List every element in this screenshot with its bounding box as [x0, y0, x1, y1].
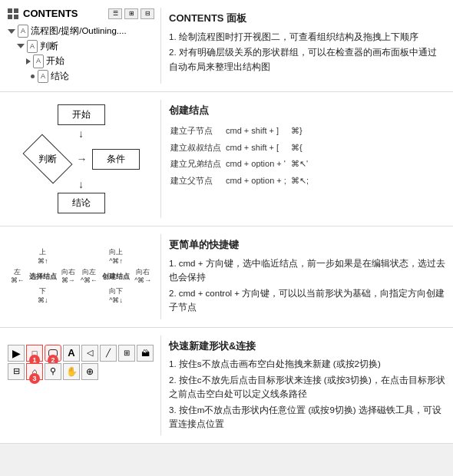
shortcut-symbol-4: ⌘↖; [291, 174, 312, 189]
diamond-create-grid: 向上^⌘↑ 向左^⌘← 创建结点 向右^⌘→ 向下^⌘↓ [78, 247, 154, 306]
contents-panel: CONTENTS ☰ ⊞ ⊟ A 流程图/提纲/Outlining.... A … [8, 8, 161, 84]
tree-row-4: A 结论 [8, 69, 154, 84]
dg-center-label-create: 创建结点 [100, 272, 132, 283]
shortcut-row-2: 建立叔叔结点 cmd + shift + [ ⌘{ [170, 140, 312, 156]
shortcuts-table: 建立子节点 cmd + shift + ] ⌘} 建立叔叔结点 cmd + sh… [169, 122, 313, 190]
fc-diamond-label: 判断 [38, 153, 57, 166]
shortcut-label-2: 建立叔叔结点 [170, 140, 224, 156]
contents-description: CONTENTS 面板 1. 绘制流程图时打开视图二，可查看组织结构及拖拽上下顺… [169, 8, 445, 84]
badge-a-2: A [27, 40, 38, 53]
tool-zoom[interactable]: ⊕ [81, 363, 98, 380]
contents-header: CONTENTS ☰ ⊞ ⊟ [8, 8, 154, 19]
dg-empty-br2 [141, 296, 145, 297]
tool-home[interactable]: ⌂ 3 [26, 363, 43, 380]
arrow-down-2: ↓ [78, 179, 84, 190]
section-shortcuts: 上⌘↑ 左⌘← 选择结点 向右⌘→ 下⌘↓ 向上^⌘↑ 向左^⌘← 创建结点 向… [0, 226, 453, 327]
dg-left-left: 左⌘← [8, 267, 27, 286]
tree-row-2: A 判断 [8, 39, 154, 55]
shortcut-keys-1: cmd + shift + ] [226, 124, 289, 139]
shortcuts-diagram-panel: 上⌘↑ 左⌘← 选择结点 向右⌘→ 下⌘↓ 向上^⌘↑ 向左^⌘← 创建结点 向… [8, 234, 161, 319]
dg-empty-tr2 [141, 256, 145, 258]
shortcut-keys-2: cmd + shift + [ [226, 140, 289, 156]
dg-top-right: 向上^⌘↑ [107, 247, 125, 266]
fc-row-judge: 判断 → 条件 [23, 142, 140, 176]
tool-rounded-rect[interactable]: 2 [45, 345, 61, 362]
tool-text[interactable]: A [63, 345, 80, 362]
tree-label-4: 结论 [51, 69, 69, 84]
tool-image[interactable]: 🏔 [137, 345, 154, 362]
badge-3: 3 [29, 373, 40, 384]
shortcuts-description: 更简单的快捷键 1. cmd + 方向键，选中临近结点，前一步如果是在编辑状态，… [169, 234, 445, 319]
contents-desc-title: CONTENTS 面板 [169, 11, 445, 27]
contents-toolbar: ☰ ⊞ ⊟ [108, 8, 154, 19]
shortcut-row-4: 建立父节点 cmd + option + ; ⌘↖; [170, 174, 312, 189]
flowchart-diagram: 开始 ↓ 判断 → 条件 ↓ 结论 [8, 100, 161, 218]
diamond-select-grid: 上⌘↑ 左⌘← 选择结点 向右⌘→ 下⌘↓ [8, 247, 78, 306]
shortcuts-desc-2: 2. cmd + control + 方向键，可以以当前形状为基础，向指定方向创… [169, 286, 445, 315]
tool-triangle[interactable]: ◁ [81, 345, 98, 362]
shortcut-keys-3: cmd + option + ' [226, 157, 289, 172]
dg-top-left: 上⌘↑ [35, 247, 51, 266]
contents-desc-2: 2. 对有明确层级关系的形状群组，可以在检查器的画布面板中通过自动布局来整理出结… [169, 45, 445, 74]
tool-stamp[interactable]: ⊞ [118, 345, 135, 362]
triangle-down-icon [8, 29, 15, 34]
shortcut-symbol-1: ⌘} [291, 124, 312, 139]
shortcut-keys-4: cmd + option + ; [226, 174, 289, 189]
tree-row-1: A 流程图/提纲/Outlining.... [8, 24, 154, 39]
section-tools: ▶ □ 1 2 A ◁ ╱ ⊞ 🏔 ⊟ ⌂ [0, 328, 453, 445]
fc-node-conclusion: 结论 [58, 193, 105, 213]
arrow-right-1: → [77, 153, 88, 165]
contents-title: CONTENTS [23, 8, 108, 19]
section-flowchart: 开始 ↓ 判断 → 条件 ↓ 结论 创建结点 建立子节点 cmd + shift… [0, 92, 453, 226]
tool-table[interactable]: ⊟ [8, 363, 25, 380]
grid-view-btn[interactable]: ⊞ [124, 8, 138, 19]
shortcut-symbol-3: ⌘↖' [291, 157, 312, 172]
tree-label-1: 流程图/提纲/Outlining.... [31, 24, 127, 39]
tool-pointer[interactable]: ▶ [8, 345, 25, 362]
fc-diamond-container: 判断 [23, 142, 72, 176]
shortcut-row-3: 建立兄弟结点 cmd + option + ' ⌘↖' [170, 157, 312, 172]
badge-a-4: A [38, 70, 48, 83]
tools-desc-3: 3. 按住m不放点击形状内任意位置 (或按9切换) 选择磁铁工具，可设置连接点位… [169, 403, 445, 431]
tool-hand[interactable]: ✋ [63, 363, 80, 380]
dg-empty-tl [15, 256, 20, 258]
badge-a: A [18, 25, 28, 38]
badge-a-3: A [33, 55, 44, 68]
tools-panel: ▶ □ 1 2 A ◁ ╱ ⊞ 🏔 ⊟ ⌂ [8, 336, 161, 436]
triangle-right-icon [26, 58, 31, 64]
dg-empty-tl2 [87, 256, 91, 258]
tool-line[interactable]: ╱ [100, 345, 117, 362]
shortcuts-desc-1: 1. cmd + 方向键，选中临近结点，前一步如果是在编辑状态，选过去也会保持 [169, 256, 445, 285]
contents-grid-icon [8, 8, 18, 19]
shortcut-row-1: 建立子节点 cmd + shift + ] ⌘} [170, 124, 312, 139]
list-view-btn[interactable]: ☰ [108, 8, 122, 19]
dg-right-left: 向右⌘→ [59, 267, 78, 286]
section-contents: CONTENTS ☰ ⊞ ⊟ A 流程图/提纲/Outlining.... A … [0, 0, 453, 92]
detail-view-btn[interactable]: ⊟ [141, 8, 154, 19]
dg-empty-br [66, 296, 71, 297]
tool-magnet[interactable]: ⚲ [45, 363, 61, 380]
tools-desc-title: 快速新建形状&连接 [169, 339, 445, 355]
tools-description: 快速新建形状&连接 1. 按住s不放点击画布空白处拖拽来新建 (或按2切换) 2… [169, 336, 445, 436]
dg-empty-bl2 [87, 296, 91, 297]
shortcut-symbol-2: ⌘{ [291, 140, 312, 156]
tools-desc-2: 2. 按住c不放先后点击目标形状来连接 (或按3切换)，在点击目标形状之前点击空… [169, 373, 445, 402]
contents-tree: A 流程图/提纲/Outlining.... A 判断 A 开始 A [8, 24, 154, 84]
triangle-down-icon-2 [17, 44, 25, 48]
diamond-create: 向上^⌘↑ 向左^⌘← 创建结点 向右^⌘→ 向下^⌘↓ [78, 247, 154, 306]
dg-right-right: 向右^⌘→ [132, 267, 154, 286]
contents-desc-1: 1. 绘制流程图时打开视图二，可查看组织结构及拖拽上下顺序 [169, 30, 445, 44]
shortcut-label-1: 建立子节点 [170, 124, 224, 139]
tools-row: ▶ □ 1 2 A ◁ ╱ ⊞ 🏔 ⊟ ⌂ [8, 345, 154, 380]
tool-rect[interactable]: □ 1 [26, 345, 43, 362]
tools-desc-1: 1. 按住s不放点击画布空白处拖拽来新建 (或按2切换) [169, 357, 445, 371]
dg-empty-bl [15, 296, 20, 297]
create-node-title: 创建结点 [169, 103, 445, 119]
dot-icon [31, 74, 35, 78]
dg-bottom-left: 下⌘↓ [35, 286, 51, 306]
fc-node-start: 开始 [58, 104, 105, 125]
shortcut-label-3: 建立兄弟结点 [170, 157, 224, 172]
dg-bottom-right: 向下^⌘↓ [107, 286, 125, 306]
tree-label-2: 判断 [40, 39, 58, 55]
tree-label-3: 开始 [46, 54, 64, 69]
